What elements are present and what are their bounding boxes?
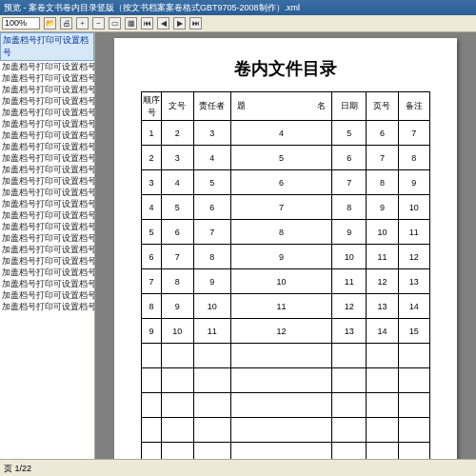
sidebar-item[interactable]: 加盖档号打印可设置档号1 — [0, 175, 94, 187]
cell-bz: 14 — [398, 294, 429, 319]
cell-zrz — [193, 443, 230, 460]
cell-zrz — [193, 344, 230, 368]
sidebar-item[interactable]: 加盖档号打印可设置档号1 — [0, 232, 94, 244]
table-row: 3456789 — [142, 170, 430, 195]
cell-tm — [230, 368, 331, 393]
sidebar-item[interactable]: 加盖档号打印可设置档号1 — [0, 244, 94, 255]
sidebar-item[interactable]: 加盖档号打印可设置档号1 — [0, 187, 94, 198]
cell-bz — [398, 393, 429, 418]
table-row: 78910111213 — [142, 269, 430, 294]
open-icon[interactable]: 📂 — [44, 17, 56, 30]
cell-tm — [230, 393, 331, 418]
cell-wh — [162, 368, 193, 393]
col-yh: 页号 — [367, 92, 398, 121]
cell-wh — [162, 418, 193, 443]
sidebar-item[interactable]: 加盖档号打印可设置档号1 — [0, 267, 94, 278]
cell-yh: 13 — [367, 294, 398, 319]
sidebar-item[interactable]: 加盖档号打印可设置档号6 — [0, 118, 94, 129]
cell-bz: 13 — [398, 269, 429, 294]
page-icon[interactable]: ▦ — [125, 17, 137, 30]
cell-bz: 12 — [398, 245, 429, 269]
cell-xh: 6 — [142, 245, 162, 269]
cell-bz — [398, 418, 429, 443]
table-row: 2345678 — [142, 146, 430, 170]
cell-xh — [142, 368, 162, 393]
cell-wh: 4 — [162, 170, 193, 195]
cell-rq: 6 — [331, 146, 366, 170]
cell-yh — [367, 418, 398, 443]
window-titlebar: 预览 - 案卷文书卷内目录竖版（按文书档案案卷格式GBT9705-2008制作）… — [0, 0, 476, 15]
cell-yh: 8 — [367, 170, 398, 195]
cell-rq: 11 — [331, 269, 366, 294]
cell-yh: 10 — [367, 220, 398, 245]
col-rq: 日期 — [331, 92, 366, 121]
cell-zrz — [193, 418, 230, 443]
cell-wh: 6 — [162, 220, 193, 245]
zoom-in-icon[interactable]: + — [76, 17, 89, 30]
cell-bz: 11 — [398, 220, 429, 245]
print-icon[interactable]: 🖨 — [60, 17, 72, 30]
table-body: 1234567234567834567894567891056789101167… — [142, 121, 430, 460]
col-tm-l: 题 — [237, 100, 246, 112]
sidebar-item[interactable]: 加盖档号打印可设置档号2 — [0, 72, 94, 84]
sidebar-item[interactable]: 加盖档号打印可设置档号2 — [0, 301, 94, 312]
cell-wh: 7 — [162, 245, 193, 269]
table-header-row: 顺序号 文号 责任者 题名 日期 页号 备注 — [142, 92, 430, 121]
prev-page-icon[interactable]: ◀ — [157, 17, 169, 30]
sidebar-item[interactable]: 加盖档号打印可设置档号5 — [0, 107, 94, 118]
table-row: 45678910 — [142, 195, 430, 220]
zoom-input[interactable]: 100% — [2, 17, 40, 30]
cell-zrz — [193, 368, 230, 393]
first-page-icon[interactable]: ⏮ — [141, 17, 153, 30]
sidebar-item[interactable]: 加盖档号打印可设置档号9 — [0, 152, 94, 164]
sidebar-head[interactable]: 加盖档号打印可设置档号 — [0, 32, 94, 61]
cell-bz: 10 — [398, 195, 429, 220]
col-zrz: 责任者 — [193, 92, 230, 121]
cell-bz: 9 — [398, 170, 429, 195]
cell-wh: 3 — [162, 146, 193, 170]
cell-xh: 5 — [142, 220, 162, 245]
cell-yh — [367, 393, 398, 418]
cell-tm: 7 — [230, 195, 331, 220]
cell-rq: 12 — [331, 294, 366, 319]
sidebar-item[interactable]: 加盖档号打印可设置档号3 — [0, 84, 94, 95]
sidebar-item[interactable]: 加盖档号打印可设置档号1 — [0, 198, 94, 209]
sidebar-item[interactable]: 加盖档号打印可设置档号1 — [0, 61, 94, 72]
cell-xh: 8 — [142, 294, 162, 319]
cell-wh — [162, 344, 193, 368]
cell-zrz: 3 — [193, 121, 230, 146]
cell-tm — [230, 443, 331, 460]
cell-wh: 2 — [162, 121, 193, 146]
sidebar-item[interactable]: 加盖档号打印可设置档号7 — [0, 129, 94, 141]
sidebar-list: 加盖档号打印可设置档号1加盖档号打印可设置档号2加盖档号打印可设置档号3加盖档号… — [0, 61, 94, 312]
next-page-icon[interactable]: ▶ — [173, 17, 186, 30]
sidebar-item[interactable]: 加盖档号打印可设置档号2 — [0, 278, 94, 289]
fit-icon[interactable]: ▭ — [109, 17, 121, 30]
sidebar-item[interactable]: 加盖档号打印可设置档号1 — [0, 209, 94, 221]
sidebar-item[interactable]: 加盖档号打印可设置档号4 — [0, 95, 94, 107]
cell-tm: 11 — [230, 294, 331, 319]
last-page-icon[interactable]: ⏭ — [189, 17, 202, 30]
cell-zrz: 7 — [193, 220, 230, 245]
sidebar: 加盖档号打印可设置档号 加盖档号打印可设置档号1加盖档号打印可设置档号2加盖档号… — [0, 32, 95, 459]
col-wh: 文号 — [162, 92, 193, 121]
col-bz: 备注 — [398, 92, 429, 121]
cell-zrz: 11 — [193, 319, 230, 344]
cell-yh — [367, 368, 398, 393]
sidebar-item[interactable]: 加盖档号打印可设置档号2 — [0, 289, 94, 301]
zoom-out-icon[interactable]: − — [92, 17, 105, 30]
cell-rq: 9 — [331, 220, 366, 245]
cell-xh — [142, 344, 162, 368]
sidebar-item[interactable]: 加盖档号打印可设置档号1 — [0, 255, 94, 267]
cell-rq — [331, 418, 366, 443]
cell-xh — [142, 418, 162, 443]
sidebar-item[interactable]: 加盖档号打印可设置档号1 — [0, 164, 94, 175]
sidebar-item[interactable]: 加盖档号打印可设置档号8 — [0, 141, 94, 152]
cell-wh — [162, 393, 193, 418]
sidebar-item[interactable]: 加盖档号打印可设置档号1 — [0, 221, 94, 232]
toolbar: 100% 📂 🖨 + − ▭ ▦ ⏮ ◀ ▶ ⏭ — [0, 15, 476, 32]
preview-canvas[interactable]: 卷内文件目录 顺序号 文号 责任者 题名 日期 页号 备注 1234567234… — [95, 32, 476, 459]
cell-yh: 14 — [367, 319, 398, 344]
main-area: 加盖档号打印可设置档号 加盖档号打印可设置档号1加盖档号打印可设置档号2加盖档号… — [0, 32, 476, 459]
cell-rq — [331, 344, 366, 368]
